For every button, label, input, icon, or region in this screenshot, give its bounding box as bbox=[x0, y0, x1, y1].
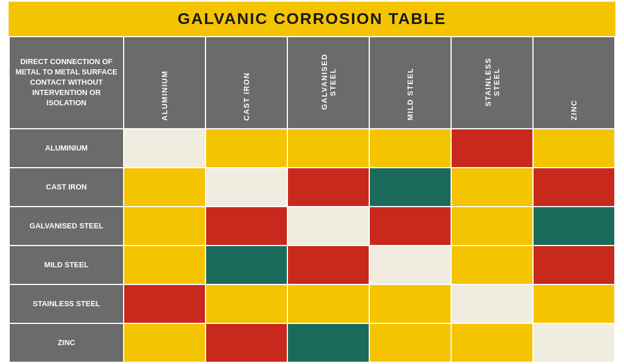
table-row: GALVANISED STEEL bbox=[9, 207, 615, 246]
row-label-aluminium: ALUMINIUM bbox=[9, 129, 124, 168]
cell-r1-c1 bbox=[206, 168, 287, 207]
cell-r3-c4 bbox=[451, 246, 533, 284]
cell-r5-c1 bbox=[206, 323, 287, 362]
row-label-mild-steel: MILD STEEL bbox=[9, 246, 124, 284]
cell-r0-c1 bbox=[206, 129, 287, 168]
cell-r2-c2 bbox=[287, 207, 369, 246]
cell-r4-c5 bbox=[533, 284, 615, 323]
cell-r1-c2 bbox=[287, 168, 369, 207]
page-title: GALVANIC CORROSION TABLE bbox=[14, 10, 610, 28]
table-row: STAINLESS STEEL bbox=[9, 284, 615, 323]
cell-r0-c4 bbox=[451, 129, 533, 168]
cell-r5-c2 bbox=[287, 323, 369, 362]
title-bar: GALVANIC CORROSION TABLE bbox=[9, 2, 615, 36]
col-header-cast-iron: CAST IRON bbox=[206, 37, 287, 129]
cell-r2-c5 bbox=[533, 207, 615, 246]
cell-r5-c3 bbox=[369, 323, 451, 362]
row-label-stainless-steel: STAINLESS STEEL bbox=[9, 284, 124, 323]
cell-r1-c5 bbox=[533, 168, 615, 207]
col-header-aluminium: ALUMINIUM bbox=[124, 37, 206, 129]
row-label-galvanised-steel: GALVANISED STEEL bbox=[9, 207, 124, 246]
table-description-header: DIRECT CONNECTION OF METAL TO METAL SURF… bbox=[9, 37, 124, 129]
table-row: MILD STEEL bbox=[9, 246, 615, 284]
row-label-cast-iron: CAST IRON bbox=[9, 168, 124, 207]
col-header-galvanised-steel: GALVANISED STEEL bbox=[287, 37, 369, 129]
cell-r3-c0 bbox=[124, 246, 206, 284]
header-row: DIRECT CONNECTION OF METAL TO METAL SURF… bbox=[9, 37, 615, 129]
cell-r1-c4 bbox=[451, 168, 533, 207]
cell-r0-c2 bbox=[287, 129, 369, 168]
row-label-zinc: ZINC bbox=[9, 323, 124, 362]
cell-r0-c0 bbox=[124, 129, 206, 168]
cell-r3-c1 bbox=[206, 246, 287, 284]
table-row: ZINC bbox=[9, 323, 615, 362]
cell-r4-c0 bbox=[124, 284, 206, 323]
table-row: CAST IRON bbox=[9, 168, 615, 207]
col-header-stainless-steel: STAINLESS STEEL bbox=[451, 37, 533, 129]
cell-r3-c2 bbox=[287, 246, 369, 284]
cell-r5-c0 bbox=[124, 323, 206, 362]
cell-r4-c2 bbox=[287, 284, 369, 323]
cell-r4-c1 bbox=[206, 284, 287, 323]
cell-r3-c3 bbox=[369, 246, 451, 284]
cell-r3-c5 bbox=[533, 246, 615, 284]
cell-r2-c4 bbox=[451, 207, 533, 246]
cell-r1-c3 bbox=[369, 168, 451, 207]
cell-r4-c4 bbox=[451, 284, 533, 323]
table-row: ALUMINIUM bbox=[9, 129, 615, 168]
cell-r4-c3 bbox=[369, 284, 451, 323]
corrosion-table: DIRECT CONNECTION OF METAL TO METAL SURF… bbox=[9, 36, 615, 363]
cell-r0-c3 bbox=[369, 129, 451, 168]
cell-r2-c3 bbox=[369, 207, 451, 246]
col-header-zinc: ZINC bbox=[533, 37, 615, 129]
cell-r1-c0 bbox=[124, 168, 206, 207]
cell-r2-c1 bbox=[206, 207, 287, 246]
col-header-mild-steel: MILD STEEL bbox=[369, 37, 451, 129]
cell-r2-c0 bbox=[124, 207, 206, 246]
cell-r0-c5 bbox=[533, 129, 615, 168]
cell-r5-c4 bbox=[451, 323, 533, 362]
cell-r5-c5 bbox=[533, 323, 615, 362]
galvanic-table-wrapper: GALVANIC CORROSION TABLE DIRECT CONNECTI… bbox=[9, 2, 615, 363]
